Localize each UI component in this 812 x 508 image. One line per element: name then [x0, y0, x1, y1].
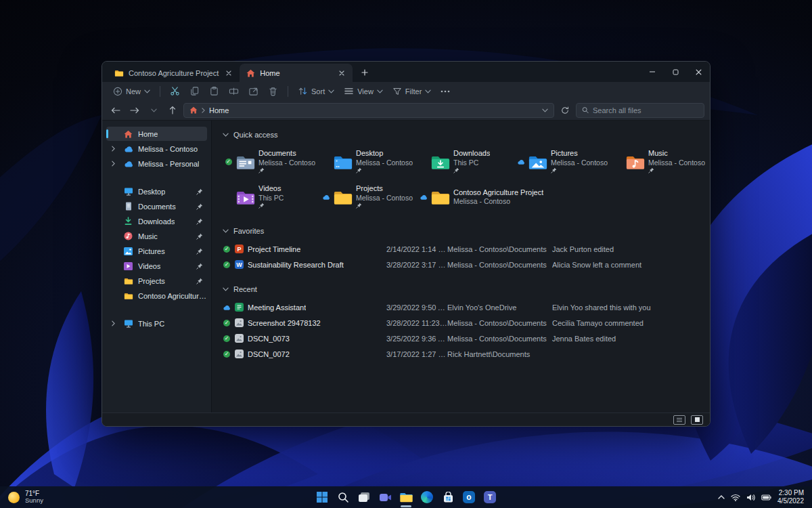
address-bar[interactable]: Home [183, 103, 554, 118]
details-view-button[interactable] [673, 415, 685, 425]
battery-icon[interactable] [761, 494, 771, 501]
clock[interactable]: 2:30 PM 4/5/2022 [777, 489, 804, 505]
paste-button[interactable] [205, 84, 223, 98]
file-explorer-button[interactable] [397, 488, 415, 506]
start-button[interactable] [313, 488, 331, 506]
address-dropdown-icon[interactable] [542, 108, 548, 112]
collapse-chevron-icon[interactable] [223, 133, 229, 137]
search-button[interactable] [334, 488, 352, 506]
large-icons-view-icon [694, 417, 700, 423]
volume-icon[interactable] [746, 494, 755, 501]
task-view-button[interactable] [355, 488, 373, 506]
file-row-screenshot-29478132[interactable]: ✓ Screenshot 29478132 3/28/2022 11:23 AM… [223, 315, 710, 331]
search-input[interactable] [593, 106, 698, 114]
file-row-project-timeline[interactable]: ✓ P Project Timeline 2/14/2022 1:14 PM M… [223, 241, 710, 257]
tab-close-button[interactable] [223, 68, 234, 79]
section-quick-access[interactable]: Quick access [223, 127, 710, 142]
collapse-chevron-icon[interactable] [223, 229, 229, 233]
outlook-button[interactable]: o [460, 488, 478, 506]
desktop-monitor-icon [123, 187, 133, 196]
maximize-button[interactable] [664, 62, 687, 82]
search-box[interactable] [576, 103, 704, 118]
sync-status-icon: ✓ [223, 335, 231, 342]
address-bar-row: Home [102, 100, 710, 121]
hidden-icons-chevron[interactable] [718, 495, 725, 499]
sidebar-item-videos[interactable]: Videos [106, 259, 207, 273]
breadcrumb-location[interactable]: Home [209, 106, 229, 114]
quick-access-tile-downloads[interactable]: Downloads This PC [418, 146, 515, 177]
file-location: Melissa - Contoso\Documents [447, 261, 552, 269]
file-row-sustainability-research-draft[interactable]: ✓ W Sustainability Research Draft 3/28/2… [223, 257, 710, 272]
sidebar-item-this-pc[interactable]: This PC [106, 316, 207, 331]
wifi-icon[interactable] [731, 494, 740, 501]
home-icon [123, 129, 133, 139]
sidebar-item-pictures[interactable]: Pictures [106, 244, 207, 258]
quick-access-tile-documents[interactable]: ✓ Documents Melissa - Contoso [223, 146, 320, 177]
sort-button[interactable]: Sort [294, 84, 338, 98]
store-button[interactable] [439, 488, 457, 506]
tab-contoso-agriculture-project[interactable]: Contoso Agriculture Project [108, 64, 240, 82]
search-icon [582, 106, 589, 114]
edge-icon [421, 491, 433, 503]
store-bag-icon [443, 492, 454, 503]
edge-button[interactable] [418, 488, 436, 506]
expand-chevron-icon[interactable] [112, 146, 118, 152]
new-tab-button[interactable] [357, 64, 373, 81]
sidebar-item-melissa-personal[interactable]: Melissa - Personal [106, 156, 207, 171]
tab-close-button[interactable] [336, 68, 347, 79]
taskbar-app-icons: o T [313, 486, 499, 508]
word-file-icon: W [235, 260, 244, 269]
section-favorites[interactable]: Favorites [223, 224, 710, 238]
sidebar-item-downloads[interactable]: Downloads [106, 214, 207, 228]
view-button[interactable]: View [340, 85, 387, 98]
forward-button[interactable] [127, 103, 143, 118]
sidebar-item-home[interactable]: Home [106, 127, 207, 141]
sidebar-item-projects[interactable]: Projects [106, 274, 207, 288]
quick-access-tile-pictures[interactable]: Pictures Melissa - Contoso [515, 146, 612, 177]
cut-button[interactable] [166, 84, 184, 98]
quick-access-tile-music[interactable]: Music Melissa - Contoso [612, 146, 710, 177]
arrow-up-icon [169, 106, 176, 114]
rename-button[interactable] [225, 84, 243, 98]
sidebar-item-contoso-agriculture-project[interactable]: Contoso Agriculture Project [106, 289, 207, 303]
sidebar-item-documents[interactable]: Documents [106, 199, 207, 213]
copy-icon [189, 86, 200, 96]
weather-widget[interactable]: 71°F Sunny [0, 486, 51, 508]
expand-chevron-icon[interactable] [112, 161, 118, 167]
minimize-button[interactable] [641, 62, 664, 82]
file-row-dscn-0072[interactable]: ✓ DSCN_0072 3/17/2022 1:27 PM Rick Hartn… [223, 346, 710, 362]
up-button[interactable] [164, 103, 181, 118]
expand-chevron-icon[interactable] [112, 320, 118, 326]
refresh-button[interactable] [557, 103, 573, 118]
quick-access-tile-projects[interactable]: Projects Melissa - Contoso [320, 182, 418, 213]
chat-button[interactable] [376, 488, 394, 506]
collapse-chevron-icon[interactable] [223, 287, 229, 291]
quick-access-tile-videos[interactable]: Videos This PC [223, 182, 320, 213]
sidebar-item-label: Melissa - Personal [138, 160, 199, 168]
new-button[interactable]: New [109, 85, 154, 98]
close-window-button[interactable] [687, 62, 710, 82]
image-file-icon [235, 334, 244, 343]
sidebar-item-music[interactable]: Music [106, 229, 207, 243]
more-options-button[interactable] [436, 88, 454, 95]
large-icons-view-button[interactable] [691, 415, 703, 425]
copy-button[interactable] [185, 84, 204, 98]
sidebar-item-desktop[interactable]: Desktop [106, 184, 207, 198]
quick-access-tile-contoso-agriculture-project[interactable]: Contoso Agriculture Project Melissa - Co… [418, 182, 612, 213]
pin-icon [196, 203, 203, 210]
sidebar-item-melissa-contoso[interactable]: Melissa - Contoso [106, 142, 207, 156]
section-recent[interactable]: Recent [223, 282, 710, 297]
back-button[interactable] [108, 103, 124, 118]
file-name: Meeting Assistant [248, 303, 306, 312]
quick-access-tile-desktop[interactable]: Desktop Melissa - Contoso [320, 146, 418, 177]
filter-button[interactable]: Filter [388, 85, 435, 98]
share-button[interactable] [244, 84, 263, 98]
desktop-folder-icon [333, 154, 353, 171]
recent-locations-button[interactable] [145, 103, 162, 118]
file-row-dscn-0073[interactable]: ✓ DSCN_0073 3/25/2022 9:36 AM Melissa - … [223, 331, 710, 346]
ellipsis-icon [441, 90, 450, 93]
tab-home[interactable]: Home [240, 64, 352, 82]
file-row-meeting-assistant[interactable]: Meeting Assistant 3/29/2022 9:50 AM Elvi… [223, 299, 710, 315]
teams-button[interactable]: T [481, 488, 499, 506]
delete-button[interactable] [264, 84, 282, 98]
